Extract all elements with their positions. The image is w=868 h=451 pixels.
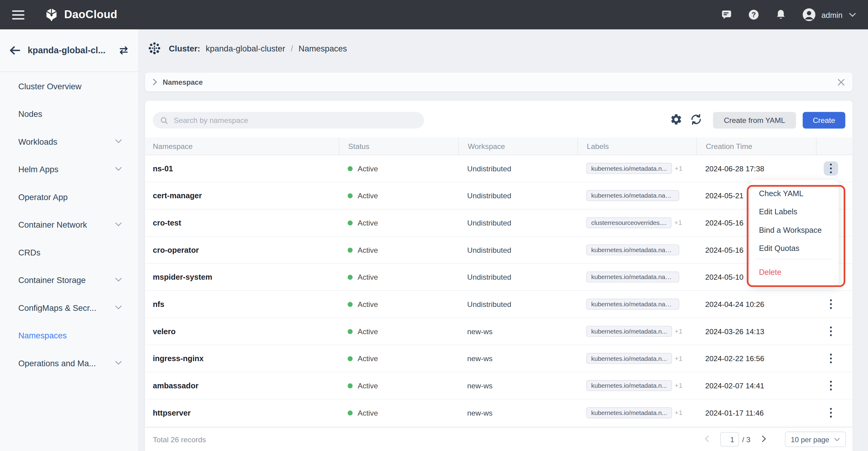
help-icon[interactable]: ?	[748, 9, 760, 20]
menu-item-delete[interactable]: Delete	[750, 263, 839, 281]
sidebar-item-configmaps-secr[interactable]: ConfigMaps & Secr...	[0, 293, 138, 321]
actions-cell	[816, 405, 852, 420]
label-chip[interactable]: kubernetes.io/metadata.nam...	[586, 272, 679, 283]
actions-cell	[816, 161, 852, 176]
row-actions-kebab-button[interactable]	[824, 378, 838, 393]
status-dot	[347, 247, 352, 252]
search-input[interactable]	[173, 116, 424, 125]
workspace-cell: Undistributed	[459, 300, 578, 308]
app-root: DaoCloud ? admin kpan	[0, 0, 868, 451]
sidebar-item-container-storage[interactable]: Container Storage	[0, 266, 138, 294]
page-number-input[interactable]	[720, 432, 739, 447]
sidebar-item-helm-apps[interactable]: Helm Apps	[0, 155, 138, 183]
status-dot	[347, 275, 352, 279]
table-footer: Total 26 records / 3 10 per page	[145, 427, 852, 451]
pagination: / 3 10 per page	[704, 432, 846, 447]
label-more-count[interactable]: +1	[675, 355, 683, 362]
chevron-down-icon	[115, 167, 122, 171]
prev-page-icon[interactable]	[704, 435, 710, 444]
user-avatar[interactable]	[802, 8, 816, 22]
brand-name: DaoCloud	[64, 8, 117, 21]
column-header-namespace: Namespace	[145, 137, 339, 155]
row-actions-kebab-button[interactable]	[824, 324, 838, 339]
menu-item-edit-labels[interactable]: Edit Labels	[750, 203, 839, 221]
username: admin	[822, 10, 843, 19]
labels-cell: kubernetes.io/metadata.n...+1	[577, 380, 696, 391]
next-page-icon[interactable]	[762, 435, 767, 444]
row-actions-kebab-button[interactable]	[824, 297, 838, 311]
column-header-actions	[816, 137, 852, 155]
namespace-collapse-bar[interactable]: Namespace	[145, 73, 852, 91]
current-cluster-name[interactable]: kpanda-global-cl...	[28, 46, 119, 55]
sidebar-item-crds[interactable]: CRDs	[0, 238, 138, 266]
hamburger-menu-icon[interactable]	[12, 10, 24, 20]
sidebar-item-cluster-overview[interactable]: Cluster Overview	[0, 72, 138, 100]
table-row: httpserverActivenew-wskubernetes.io/meta…	[145, 399, 852, 427]
status-text: Active	[358, 355, 378, 363]
page-size-select[interactable]: 10 per page	[785, 432, 846, 447]
label-chip[interactable]: kubernetes.io/metadata.n...	[586, 326, 672, 337]
close-icon[interactable]	[837, 78, 845, 86]
user-menu-chevron-icon[interactable]	[849, 12, 856, 17]
daocloud-cube-icon	[44, 7, 59, 22]
status-dot	[347, 166, 352, 171]
sidebar-item-operations-and-ma[interactable]: Operations and Ma...	[0, 349, 138, 377]
daocloud-logo[interactable]: DaoCloud	[44, 7, 117, 22]
table-row: cro-operatorActiveUndistributedkubernete…	[145, 237, 852, 264]
workspace-cell: new-ws	[459, 382, 578, 390]
menu-item-edit-quotas[interactable]: Edit Quotas	[750, 239, 839, 258]
actions-cell	[816, 378, 852, 393]
search-icon	[160, 116, 168, 124]
label-chip[interactable]: kubernetes.io/metadata.n...	[586, 163, 672, 174]
workspace-cell: Undistributed	[459, 219, 578, 227]
sidebar-item-workloads[interactable]: Workloads	[0, 128, 138, 155]
actions-cell	[816, 351, 852, 366]
creation-time-cell: 2024-03-26 14:13	[696, 327, 816, 335]
svg-text:?: ?	[751, 11, 756, 19]
breadcrumb-cluster-name[interactable]: kpanda-global-cluster	[206, 44, 285, 53]
label-more-count[interactable]: +1	[675, 165, 683, 172]
workspace-cell: Undistributed	[459, 273, 578, 281]
label-chip[interactable]: kubernetes.io/metadata.nam...	[586, 190, 679, 201]
breadcrumb-cluster-label: Cluster:	[169, 44, 200, 53]
row-actions-kebab-button[interactable]	[824, 161, 838, 176]
menu-item-bind-a-workspace[interactable]: Bind a Workspace	[750, 221, 839, 239]
table-row: mspider-systemActiveUndistributedkuberne…	[145, 264, 852, 291]
label-chip[interactable]: clusterresourceoverrides....	[586, 217, 672, 228]
label-more-count[interactable]: +1	[674, 219, 682, 227]
workspace-cell: new-ws	[459, 408, 578, 417]
topbar: DaoCloud ? admin	[0, 0, 868, 29]
label-chip[interactable]: kubernetes.io/metadata.n...	[586, 380, 672, 391]
notifications-bell-icon[interactable]	[775, 9, 786, 20]
sidebar-item-label: Container Network	[18, 220, 115, 229]
settings-gear-icon[interactable]	[670, 113, 684, 128]
status-cell: Active	[339, 382, 458, 390]
refresh-icon[interactable]	[690, 113, 704, 128]
status-text: Active	[358, 300, 378, 308]
sidebar-item-nodes[interactable]: Nodes	[0, 100, 138, 128]
messages-icon[interactable]	[721, 9, 732, 20]
label-more-count[interactable]: +1	[675, 328, 683, 335]
back-arrow-icon[interactable]	[9, 46, 21, 55]
label-chip[interactable]: kubernetes.io/metadata.n...	[586, 407, 672, 418]
sidebar-item-operator-app[interactable]: Operator App	[0, 183, 138, 211]
namespace-name: nfs	[145, 300, 339, 308]
label-chip[interactable]: kubernetes.io/metadata.nam...	[586, 299, 679, 310]
row-actions-kebab-button[interactable]	[824, 351, 838, 366]
sidebar-item-namespaces[interactable]: Namespaces	[0, 321, 138, 349]
create-button[interactable]: Create	[803, 112, 845, 129]
status-dot	[347, 410, 352, 415]
status-cell: Active	[339, 164, 458, 172]
sidebar-item-label: Operations and Ma...	[18, 358, 115, 367]
row-actions-kebab-button[interactable]	[824, 405, 838, 420]
label-more-count[interactable]: +1	[675, 382, 683, 390]
label-more-count[interactable]: +1	[675, 409, 683, 417]
sidebar-item-container-network[interactable]: Container Network	[0, 211, 138, 238]
column-header-creation-time: Creation Time	[696, 137, 816, 155]
create-from-yaml-button[interactable]: Create from YAML	[713, 112, 796, 129]
namespace-name: ns-01	[145, 164, 339, 173]
switch-cluster-icon[interactable]	[119, 46, 129, 55]
label-chip[interactable]: kubernetes.io/metadata.n...	[586, 353, 672, 364]
label-chip[interactable]: kubernetes.io/metadata.nam...	[586, 244, 679, 255]
menu-item-check-yaml[interactable]: Check YAML	[750, 185, 839, 203]
